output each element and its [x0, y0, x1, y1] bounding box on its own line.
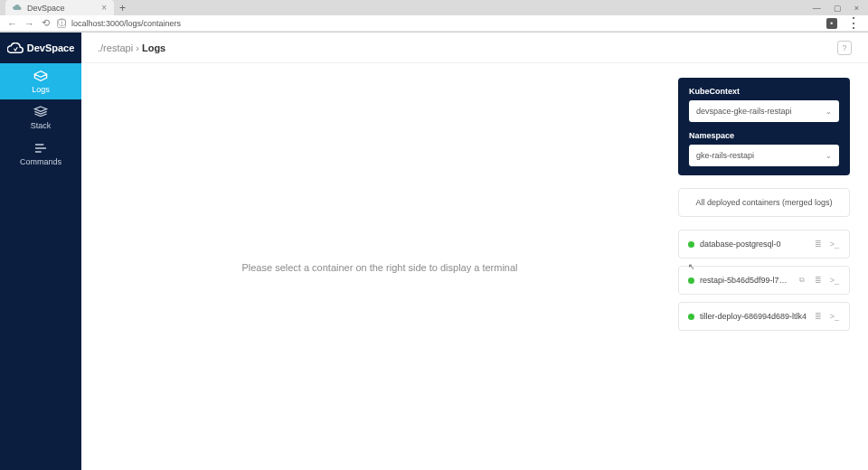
sidebar-item-label: Logs	[32, 85, 50, 94]
namespace-label: Namespace	[689, 131, 839, 140]
container-row[interactable]: database-postgresql-0≣>_	[678, 230, 850, 258]
external-link-icon[interactable]: ⧉	[797, 276, 807, 285]
chevron-down-icon: ⌄	[826, 152, 832, 160]
container-name: restapi-5b46d5df99-l79wj	[700, 276, 791, 285]
maximize-icon[interactable]: ▢	[834, 4, 842, 13]
sidebar-item-stack[interactable]: Stack	[0, 99, 81, 136]
chevron-down-icon: ⌄	[826, 108, 832, 116]
minimize-icon[interactable]: —	[813, 4, 821, 13]
breadcrumb: ./restapi › Logs	[98, 42, 165, 53]
content: ./restapi › Logs ? Please select a conta…	[81, 33, 868, 470]
status-dot-icon	[688, 277, 694, 284]
status-dot-icon	[688, 314, 694, 320]
reload-icon[interactable]: ⟲	[42, 17, 50, 29]
terminal-icon[interactable]: >_	[829, 276, 840, 285]
container-name: tiller-deploy-686994d689-ltlk4	[700, 312, 807, 321]
address-row: ← → ⟲ ⓘ localhost:3000/logs/containers ▪…	[0, 15, 868, 32]
container-list: database-postgresql-0≣>_restapi-5b46d5df…	[678, 230, 850, 331]
sidebar-item-commands[interactable]: Commands	[0, 136, 81, 172]
address-bar[interactable]: ⓘ localhost:3000/logs/containers	[57, 19, 819, 28]
back-icon[interactable]: ←	[7, 18, 17, 29]
placeholder-text: Please select a container on the right s…	[241, 262, 517, 273]
logs-icon[interactable]: ≣	[813, 276, 824, 285]
kube-context-select[interactable]: devspace-gke-rails-restapi ⌄	[689, 100, 839, 122]
brand-name: DevSpace	[27, 42, 75, 53]
commands-icon	[33, 142, 48, 155]
sidebar-item-label: Commands	[20, 157, 61, 166]
new-tab-button[interactable]: +	[114, 2, 131, 14]
sidebar: DevSpace Logs Stack Commands	[0, 33, 81, 470]
help-icon[interactable]: ?	[837, 41, 852, 55]
logs-icon[interactable]: ≣	[813, 240, 824, 249]
sidebar-item-label: Stack	[31, 121, 52, 130]
close-icon[interactable]: ×	[101, 3, 107, 13]
forward-icon[interactable]: →	[24, 18, 34, 29]
namespace-select[interactable]: gke-rails-restapi ⌄	[689, 145, 839, 166]
container-name: database-postgresql-0	[700, 240, 807, 249]
tab-title: DevSpace	[27, 4, 65, 13]
logo-icon	[7, 42, 24, 53]
breadcrumb-row: ./restapi › Logs ?	[81, 33, 868, 63]
terminal-icon[interactable]: >_	[829, 240, 840, 249]
browser-chrome: DevSpace × + — ▢ × ← → ⟲ ⓘ localhost:300…	[0, 0, 868, 33]
breadcrumb-path[interactable]: ./restapi	[98, 42, 133, 53]
breadcrumb-sep: ›	[136, 42, 139, 53]
kube-context-value: devspace-gke-rails-restapi	[696, 107, 792, 116]
close-window-icon[interactable]: ×	[854, 4, 859, 13]
kebab-icon[interactable]: ⋮	[846, 14, 861, 32]
app-root: DevSpace Logs Stack Commands ./restapi ›…	[0, 33, 868, 470]
cloud-icon	[13, 4, 22, 13]
container-row[interactable]: restapi-5b46d5df99-l79wj⧉≣>_	[678, 266, 850, 295]
merged-logs-label: All deployed containers (merged logs)	[695, 198, 832, 207]
terminal-icon[interactable]: >_	[829, 312, 840, 321]
right-column: KubeContext devspace-gke-rails-restapi ⌄…	[678, 63, 868, 470]
center-pane: Please select a container on the right s…	[81, 63, 678, 470]
brand[interactable]: DevSpace	[0, 33, 81, 63]
profile-icon[interactable]: ▪	[826, 18, 837, 29]
site-info-icon[interactable]: ⓘ	[57, 19, 66, 28]
context-panel: KubeContext devspace-gke-rails-restapi ⌄…	[678, 78, 850, 175]
tab-strip: DevSpace × + — ▢ ×	[0, 0, 868, 15]
logs-icon	[33, 70, 48, 82]
kube-context-label: KubeContext	[689, 87, 839, 96]
body-row: Please select a container on the right s…	[81, 63, 868, 470]
url-text: localhost:3000/logs/containers	[71, 19, 181, 28]
breadcrumb-current: Logs	[142, 42, 165, 53]
window-controls: — ▢ ×	[804, 4, 868, 13]
stack-icon	[33, 106, 48, 118]
status-dot-icon	[688, 241, 694, 248]
namespace-value: gke-rails-restapi	[696, 151, 754, 160]
logs-icon[interactable]: ≣	[813, 312, 824, 321]
merged-logs-button[interactable]: All deployed containers (merged logs)	[678, 188, 850, 217]
container-row[interactable]: tiller-deploy-686994d689-ltlk4≣>_	[678, 302, 850, 331]
browser-tab[interactable]: DevSpace ×	[5, 0, 114, 15]
sidebar-item-logs[interactable]: Logs	[0, 63, 81, 99]
